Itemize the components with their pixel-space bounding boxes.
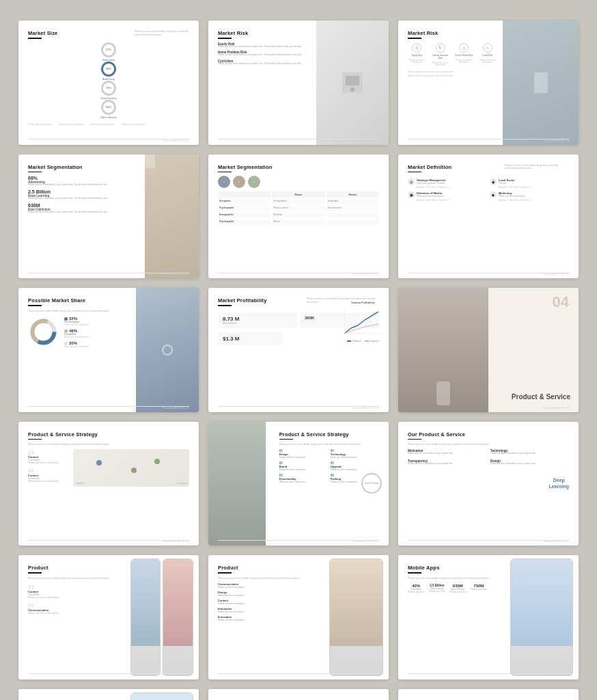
slide-product-development: Product Development Please put here some… <box>398 689 579 701</box>
share-stats: 33% Our Company Please put here descript… <box>64 317 89 348</box>
def-item-2: ◉ Local Scene Territory Bar Item 1 • Bar… <box>490 178 569 189</box>
step-1: 01 Design Please put here a description <box>279 449 328 459</box>
slide-product-service-section: 04 Product & Service PresentationMORF 20… <box>398 288 579 412</box>
risk-icon-4: ◇ Credit Risk Please put here a descript… <box>478 43 496 68</box>
slide-15-underline <box>408 572 421 574</box>
slide-7-title: Possible Market Share <box>28 297 122 304</box>
profit-card-3: $1.3 M <box>218 332 282 345</box>
slide-8-title: Market Profitability <box>218 297 307 304</box>
risk-item-2: Home Problem Risk Please put here some d… <box>218 51 307 57</box>
page-num-12: PresentationMORF 2019 / 12 <box>542 540 569 543</box>
slide-11-underline <box>279 439 293 440</box>
risk-icon-3: △ Social Political Risk Please put here … <box>455 43 473 68</box>
slide-7-underline <box>28 305 42 306</box>
slide-14-underline <box>218 572 232 574</box>
page-num-6: PresentationMORF 2019 / 06 <box>542 273 569 275</box>
numbered-1: 01 Content Commodities Please put here a… <box>28 449 69 465</box>
page-num-10: PresentationMORF 2019 / 10 <box>163 540 189 543</box>
slide-our-product: Our Product & Service Please put here so… <box>398 422 579 546</box>
slide-product-strategy-1: Product & Service Strategy Please put he… <box>18 422 199 546</box>
circle-label-4: Data Collection <box>100 116 117 119</box>
slide-market-def: Market Definition Please put here some d… <box>398 154 579 279</box>
page-num-7: PresentationMORF 2019 / 07 <box>163 407 189 409</box>
slide-11-photo <box>208 422 266 546</box>
feature-1: Communication Please put here a descript… <box>218 582 311 589</box>
def-icon-2: ◉ <box>490 178 497 185</box>
opi-3: Transparency Please put here a descripti… <box>408 459 486 466</box>
slide-2-underline <box>218 38 232 39</box>
slide-4-underline <box>28 172 42 173</box>
page-num-14: PresentationMORF 2019 / 14 <box>352 674 379 677</box>
slide-14-title: Product <box>218 565 311 571</box>
slide-10-title: Product & Service Strategy <box>28 431 189 438</box>
phone-mockup-16 <box>130 692 193 701</box>
step-3: 03 Functionality Please put here a descr… <box>279 474 328 483</box>
risk-icon-1: ⊙ Equity Risk Please put here a descript… <box>408 43 426 68</box>
circle-48: 48% Advertising <box>28 62 189 81</box>
slide-11-title: Product & Service Strategy <box>279 431 379 438</box>
circle-ring-2: 48% <box>101 62 116 77</box>
numbered-2: 02 Content Commodities Please put here a… <box>28 468 69 483</box>
slide-3-underline <box>408 38 421 39</box>
share-stat-2: 48% Competitor Please put here descripti… <box>64 329 89 338</box>
slide-market-profitability: Market Profitability Please put here som… <box>208 288 389 412</box>
mstat-4: 750M Please put here <box>471 584 488 594</box>
mstat-2: 2.5 Billion Deep Learning Please put her… <box>429 584 446 594</box>
def-grid: ◎ Strategic Management Check your specia… <box>408 178 569 202</box>
page-num-1: PresentationMORF 2019 / 01 <box>163 139 189 142</box>
def-item-1: ◎ Strategic Management Check your specia… <box>408 178 487 189</box>
phone-mockup-13 <box>130 558 193 676</box>
seg-circles: ● ● ● <box>218 176 379 188</box>
svg-point-2 <box>350 88 355 92</box>
stat-row: 68% Advertising Please put here a descri… <box>28 176 133 214</box>
slide-mobile-apps-1: Mobile Apps Please put here some details… <box>398 555 579 679</box>
step-4: 04 Technology Please put here a descript… <box>331 449 379 459</box>
slide-5-title: Market Segmentation <box>218 164 379 170</box>
feature-2: Design Please put here a description <box>218 591 311 597</box>
strategy-content: 01 Content Commodities Please put here a… <box>28 449 189 487</box>
step-5: 05 Upgrade Please put here a description <box>331 461 379 471</box>
seg-table: Name Status Occupation Demographics Geog… <box>218 191 379 225</box>
slide-10-underline <box>28 439 42 440</box>
donut-chart <box>28 317 59 347</box>
feature-4: Interaction Please put here a descriptio… <box>218 607 311 613</box>
share-stat-1: 33% Our Company Please put here descript… <box>64 317 89 326</box>
slide-13-underline <box>28 572 42 574</box>
profit-chart-svg <box>344 306 382 337</box>
mobile-stats: 40% Subscribers Please put here 2.5 Bill… <box>408 584 501 594</box>
slide-market-size: Market Size Please put here some details… <box>18 21 199 145</box>
slide-15-title: Mobile Apps <box>408 565 501 571</box>
slide-1-underline <box>28 38 42 39</box>
slide-web-apps: Web Apps Please put here some details th… <box>208 689 389 701</box>
stat-3: 630M Data Collection Please put here a d… <box>28 203 133 214</box>
def-icon-1: ◎ <box>408 178 415 185</box>
stat-1: 68% Advertising Please put here a descri… <box>28 176 133 187</box>
slide-1-content: 27% Subscribers 48% Advertising 74% Deep… <box>28 42 189 119</box>
risk-item-3: Cyclicities Please put here some details… <box>218 59 307 66</box>
circle-ring-3: 74% <box>101 81 116 96</box>
slide-market-seg-1: Market Segmentation 68% Advertising Plea… <box>18 154 199 279</box>
slide-3-photo <box>503 21 579 145</box>
risk-item-1: Equity Risk Please put here some details… <box>218 42 307 49</box>
slide-product-1: Product Please put here some details thi… <box>18 555 199 679</box>
slide-market-seg-2: Market Segmentation ● ● ● Name Status Oc… <box>208 154 389 279</box>
share-stat-3: 20% Please put here description <box>64 341 89 348</box>
slide-product-strategy-2: Product & Service Strategy Please put he… <box>208 422 389 546</box>
slide-market-risk-1: Market Risk Equity Risk Please put here … <box>208 21 389 145</box>
opi-4: Design Please put here a description of … <box>490 459 569 466</box>
seg-row-1: Occupation Demographics Geographic <box>218 199 379 204</box>
circle-27: 27% Subscribers <box>28 42 189 62</box>
seg-row-2: Psychographic Please put here... Descrip… <box>218 206 379 211</box>
mstat-1: 40% Subscribers Please put here <box>408 584 425 594</box>
page-num-8: PresentationMORF 2019 / 08 <box>352 407 379 409</box>
svg-rect-1 <box>346 76 359 85</box>
page-num-13: PresentationMORF 2019 / 13 <box>163 674 189 677</box>
slide-12-underline <box>408 439 421 440</box>
circle-label-1: Subscribers <box>102 59 115 62</box>
page-num-5: PresentationMORF 2019 / 05 <box>352 273 379 275</box>
slide-12-title: Our Product & Service <box>408 431 497 438</box>
opi-1: Motivation Please put here a description… <box>408 449 486 455</box>
slide-9-title: Product & Service <box>512 392 570 401</box>
stat-2: 2.5 Billion Deep Learning Please put her… <box>28 189 133 200</box>
product-circle: Core Product <box>361 473 382 494</box>
